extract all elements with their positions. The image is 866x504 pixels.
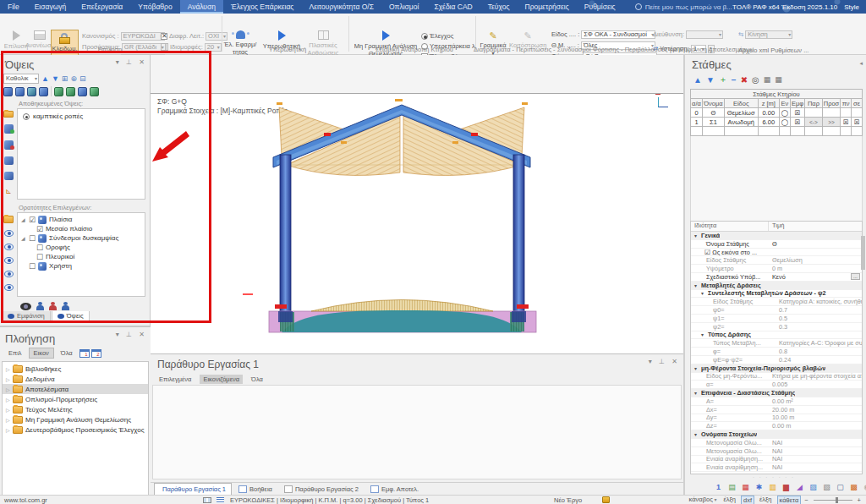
tool-icon[interactable]: ▢ [836,483,845,492]
nav-item[interactable]: ▷ Τεύχος Μελέτης [3,404,148,414]
nonlinear-foundation-button[interactable]: Μη Γραμμική Ανάλυση Θεμελίωσης [354,30,418,58]
property-checkbox[interactable]: ☑ [704,249,710,256]
tree-expander-icon[interactable]: ◢ [21,235,26,241]
property-row[interactable]: Είδος μη-Φερόντω... Κτήρια με μη-φέροντα… [691,373,862,381]
add-level-icon[interactable]: ＋ [719,74,727,85]
level-pros-button[interactable] [822,108,840,118]
front-view-icon[interactable] [15,87,25,96]
property-row[interactable]: ψ2= 0.3 [691,323,862,331]
motion-input[interactable]: Κίνηση [745,30,792,39]
expander-icon[interactable]: ▷ [6,397,10,403]
property-row[interactable]: Μεταβλητές Δράσεις [691,282,862,290]
property-browse-button[interactable]: ... [851,273,860,280]
property-value[interactable]: 0.005 [769,381,862,388]
property-value[interactable]: 0.7 [776,306,862,314]
snap-toggle[interactable]: κάναβος [688,496,719,504]
visibility-eye-icon[interactable] [20,303,31,310]
tree-checkbox[interactable]: ☐ [29,234,36,243]
property-value[interactable]: ΝΑΙ [769,447,862,455]
tree-checkbox[interactable]: ☐ [36,244,43,252]
style-selector[interactable]: Style [844,3,859,11]
property-row[interactable]: ☑ Ως εικόνα στο ... [691,249,862,257]
navigation-tab[interactable]: Εικον [29,348,54,359]
tree-checkbox[interactable]: ☑ [36,225,43,233]
table-edit-icon[interactable]: ▦ [775,75,782,84]
invert-eye-icon[interactable] [4,271,14,277]
website-link[interactable]: www.tol.com.gr [4,496,47,504]
saved-views-list[interactable]: καμπτικές ροπές [17,108,145,200]
ribbon-tab[interactable]: Τεύχος [480,0,518,14]
tree-item[interactable]: ◢ ☑ Πλαίσια [18,215,145,224]
visibility-tree[interactable]: ◢ ☑ Πλαίσια ☑ Μεσαίο πλαίσιο ◢ ☐ Σύν [17,212,145,297]
nav-item[interactable]: ▷ Δεδομένα [3,374,148,384]
nav-item[interactable]: ▷ Αποτελέσματα [3,384,148,394]
grid-display-icon[interactable] [203,497,211,503]
property-value[interactable]: Κατηγορίες Α-C: Όροφοι με συσχετισμένες … [776,339,862,347]
camera-view-icon[interactable] [78,87,87,96]
tree-item[interactable]: ◢ ☐ Σύνδεσμοι δυσκαμψίας [18,233,145,243]
camera-view-2-icon[interactable] [90,87,99,96]
zoom-slider[interactable] [814,500,852,501]
property-row[interactable]: ψ0= 0.7 [691,306,862,315]
property-row[interactable]: ψ1= 0.5 [691,315,862,323]
snap-toggle[interactable]: έλξη [758,496,774,504]
property-value[interactable]: 0 m [769,265,862,272]
table-add-icon[interactable]: ▦ [764,75,771,84]
iso-view-icon[interactable] [3,87,13,96]
property-value[interactable]: Κενό [769,273,851,281]
level-enable-cell[interactable]: ◯ [779,118,790,127]
navigation-tab[interactable]: Επιλ [3,348,27,359]
tool-icon[interactable]: ◉ [863,483,866,492]
nav-item[interactable]: ▷ Βιβλιοθήκες [3,364,148,374]
model-canvas[interactable]: ΣΦ: G+Q Γραμμικά Στοιχεία : [M]-Καμπτικέ… [151,93,683,353]
property-row[interactable]: Σχεδιαστικό Υπόβ... Κενό ... [691,273,862,282]
property-row[interactable]: Μετονομασία Ολω... ΝΑΙ [691,447,862,456]
refresh-button[interactable]: Ανανέωση [25,30,54,49]
property-row[interactable]: Δy= 10.00 m [691,414,862,423]
ribbon-tab[interactable]: Ανάλυση [180,0,223,14]
property-row[interactable]: Τύπος Δράσης [691,331,862,340]
property-row[interactable]: Α= 0.00 m² [691,397,862,406]
property-value[interactable]: 0.00 m [769,422,862,430]
level-par-button[interactable] [805,127,823,136]
code-select[interactable]: ΕΥΡΩΚΩΔΙ [121,32,165,41]
reset-eye-icon[interactable] [4,284,14,291]
snap-toggle[interactable]: έλξη [721,496,737,504]
ribbon-tab[interactable]: Λειτουργικότητα Ο/Σ [301,0,381,14]
views-panel-buttons[interactable] [116,58,147,66]
zoom-slider-thumb[interactable] [836,497,838,503]
move-down-icon[interactable]: ▼ [706,75,715,85]
property-value[interactable]: ΝΑΙ [769,463,862,471]
navigation-panel-buttons[interactable] [116,331,147,338]
level-se-cell[interactable]: ☒ [852,118,863,127]
nav-item[interactable]: ▷ Δευτεροβάθμιος Προσεισμικός Έλεγχος [3,425,148,435]
property-value[interactable]: 0.00 m² [769,397,862,405]
side-view-icon[interactable] [39,87,48,96]
ribbon-tab[interactable]: Έλεγχος Επάρκειας [223,0,301,14]
zoom-in-button[interactable]: + [858,496,861,504]
delete-level-icon[interactable]: ✖ [741,75,748,85]
work-window-content[interactable] [152,385,682,479]
level-par-button[interactable]: <-> [805,118,823,127]
ribbon-tab[interactable]: Σχέδια CAD [426,0,480,14]
property-row[interactable]: Ενιαία αναρίθμηση... ΝΑΙ [691,456,862,464]
level-name-cell[interactable] [702,127,724,136]
axis-small-icon[interactable]: ⊾ [5,187,12,195]
group-blue-icon[interactable] [36,302,44,310]
level-name-cell[interactable]: Θ [702,108,724,118]
nav-item[interactable]: ▷ Μη Γραμμική Ανάλυση Θεμελίωσης [3,414,148,425]
level-show-cell[interactable]: ☒ [790,108,804,118]
tree-expander-icon[interactable]: ◢ [21,216,26,222]
level-par-button[interactable] [805,108,823,118]
group-blue-2-icon[interactable] [62,302,69,310]
property-row[interactable]: Δz= 0.00 m [691,422,862,430]
group-red-icon[interactable] [49,302,57,310]
nav-item[interactable]: ▷ Οπλισμοί-Προμετρήσεις [3,394,148,404]
check-radio[interactable] [421,33,428,40]
ribbon-tab[interactable]: File [0,0,27,14]
property-row[interactable]: Υψόμετρο 0 m [691,265,862,273]
property-value[interactable]: Κατηγορία Α: κατοικίες, συνήθη κτίρια κα… [776,298,862,305]
property-row[interactable]: μη-Φέροντα Στοιχεία-Περιορισμός βλαβών [691,364,862,373]
property-row[interactable]: Τύπος Μεταβλη... Κατηγορίες Α-C: Όροφοι … [691,339,862,348]
zoom-out-button[interactable]: − [804,496,808,504]
